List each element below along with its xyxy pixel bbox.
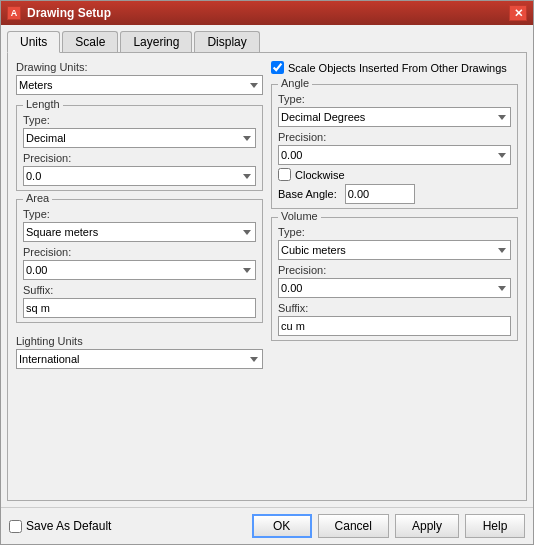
left-panel: Drawing Units: Meters Feet Inches Centim… <box>16 61 263 492</box>
cancel-button[interactable]: Cancel <box>318 514 389 538</box>
angle-precision-select[interactable]: 0 0.0 0.00 0.000 <box>278 145 511 165</box>
volume-inner: Type: Cubic meters Cubic feet Cubic inch… <box>278 226 511 336</box>
tab-display[interactable]: Display <box>194 31 259 52</box>
ok-button[interactable]: OK <box>252 514 312 538</box>
base-angle-label: Base Angle: <box>278 188 337 200</box>
volume-group: Volume Type: Cubic meters Cubic feet Cub… <box>271 217 518 341</box>
close-button[interactable]: ✕ <box>509 5 527 21</box>
drawing-units-select[interactable]: Meters Feet Inches Centimeters <box>16 75 263 95</box>
app-icon: A <box>7 6 21 20</box>
volume-precision-label: Precision: <box>278 264 511 276</box>
area-suffix-label: Suffix: <box>23 284 256 296</box>
volume-group-title: Volume <box>278 210 321 222</box>
dialog-content: Units Scale Layering Display Drawing Uni… <box>1 25 533 507</box>
right-panel: Scale Objects Inserted From Other Drawin… <box>271 61 518 492</box>
tab-units-content: Drawing Units: Meters Feet Inches Centim… <box>7 53 527 501</box>
length-inner: Type: Decimal Engineering Architectural … <box>23 114 256 186</box>
length-group-title: Length <box>23 98 63 110</box>
lighting-section: Lighting Units International American Ge… <box>16 335 263 369</box>
base-angle-row: Base Angle: <box>278 184 511 204</box>
area-precision-select[interactable]: 0 0.0 0.00 0.000 <box>23 260 256 280</box>
help-button[interactable]: Help <box>465 514 525 538</box>
clockwise-label: Clockwise <box>295 169 345 181</box>
volume-suffix-label: Suffix: <box>278 302 511 314</box>
drawing-units-label: Drawing Units: <box>16 61 263 73</box>
angle-precision-label: Precision: <box>278 131 511 143</box>
length-precision-select[interactable]: 0 0.0 0.00 0.000 <box>23 166 256 186</box>
scale-checkbox[interactable] <box>271 61 284 74</box>
angle-group: Angle Type: Decimal Degrees Deg/Min/Sec … <box>271 84 518 209</box>
clockwise-checkbox[interactable] <box>278 168 291 181</box>
apply-button[interactable]: Apply <box>395 514 459 538</box>
angle-type-label: Type: <box>278 93 511 105</box>
angle-inner: Type: Decimal Degrees Deg/Min/Sec Grads … <box>278 93 511 204</box>
save-default-label: Save As Default <box>26 519 111 533</box>
volume-type-label: Type: <box>278 226 511 238</box>
title-bar-left: A Drawing Setup <box>7 6 111 20</box>
length-type-label: Type: <box>23 114 256 126</box>
save-default-checkbox[interactable] <box>9 520 22 533</box>
lighting-label: Lighting Units <box>16 335 263 347</box>
area-type-select[interactable]: Square meters Square feet Square inches <box>23 222 256 242</box>
area-group-title: Area <box>23 192 52 204</box>
window-title: Drawing Setup <box>27 6 111 20</box>
drawing-setup-dialog: A Drawing Setup ✕ Units Scale Layering D… <box>0 0 534 545</box>
title-bar: A Drawing Setup ✕ <box>1 1 533 25</box>
dialog-buttons: OK Cancel Apply Help <box>252 514 525 538</box>
clockwise-row: Clockwise <box>278 168 511 181</box>
length-type-select[interactable]: Decimal Engineering Architectural Fracti… <box>23 128 256 148</box>
volume-suffix-input[interactable] <box>278 316 511 336</box>
area-precision-label: Precision: <box>23 246 256 258</box>
bottom-bar: Save As Default OK Cancel Apply Help <box>1 507 533 544</box>
volume-type-select[interactable]: Cubic meters Cubic feet Cubic inches <box>278 240 511 260</box>
angle-type-select[interactable]: Decimal Degrees Deg/Min/Sec Grads Radian… <box>278 107 511 127</box>
base-angle-input[interactable] <box>345 184 415 204</box>
drawing-units-section: Drawing Units: Meters Feet Inches Centim… <box>16 61 263 95</box>
tab-bar: Units Scale Layering Display <box>7 31 527 53</box>
length-group: Length Type: Decimal Engineering Archite… <box>16 105 263 191</box>
area-suffix-input[interactable] <box>23 298 256 318</box>
scale-checkbox-label: Scale Objects Inserted From Other Drawin… <box>288 62 507 74</box>
save-default-row: Save As Default <box>9 519 111 533</box>
tab-scale[interactable]: Scale <box>62 31 118 52</box>
area-group: Area Type: Square meters Square feet Squ… <box>16 199 263 323</box>
tab-layering[interactable]: Layering <box>120 31 192 52</box>
tab-units[interactable]: Units <box>7 31 60 53</box>
area-type-label: Type: <box>23 208 256 220</box>
lighting-select[interactable]: International American Generic <box>16 349 263 369</box>
area-inner: Type: Square meters Square feet Square i… <box>23 208 256 318</box>
length-precision-label: Precision: <box>23 152 256 164</box>
angle-group-title: Angle <box>278 77 312 89</box>
scale-checkbox-row: Scale Objects Inserted From Other Drawin… <box>271 61 518 74</box>
volume-precision-select[interactable]: 0 0.0 0.00 0.000 <box>278 278 511 298</box>
